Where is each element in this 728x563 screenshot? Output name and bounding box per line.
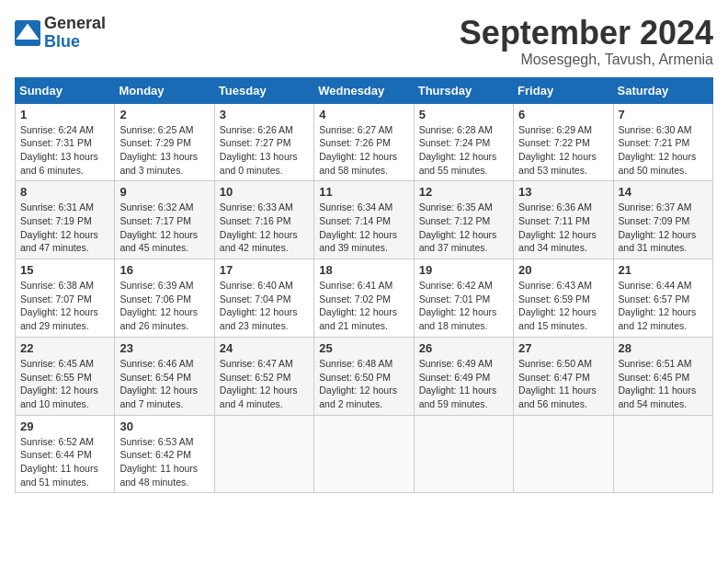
day-info: Sunrise: 6:41 AM Sunset: 7:02 PM Dayligh… — [319, 280, 397, 331]
table-cell: 22Sunrise: 6:45 AM Sunset: 6:55 PM Dayli… — [16, 337, 115, 415]
header-monday: Monday — [115, 77, 214, 103]
table-cell: 3Sunrise: 6:26 AM Sunset: 7:27 PM Daylig… — [214, 103, 313, 181]
day-info: Sunrise: 6:47 AM Sunset: 6:52 PM Dayligh… — [220, 358, 298, 409]
day-number: 22 — [20, 341, 109, 355]
header-sunday: Sunday — [16, 77, 115, 103]
table-cell: 25Sunrise: 6:48 AM Sunset: 6:50 PM Dayli… — [314, 337, 414, 415]
table-cell: 9Sunrise: 6:32 AM Sunset: 7:17 PM Daylig… — [115, 181, 214, 259]
day-info: Sunrise: 6:50 AM Sunset: 6:47 PM Dayligh… — [518, 358, 597, 409]
table-cell — [214, 415, 313, 493]
table-cell: 21Sunrise: 6:44 AM Sunset: 6:57 PM Dayli… — [613, 259, 712, 338]
day-number: 18 — [319, 263, 408, 277]
day-info: Sunrise: 6:28 AM Sunset: 7:24 PM Dayligh… — [419, 124, 497, 176]
day-info: Sunrise: 6:48 AM Sunset: 6:50 PM Dayligh… — [319, 358, 397, 409]
day-info: Sunrise: 6:40 AM Sunset: 7:04 PM Dayligh… — [220, 280, 298, 331]
day-number: 11 — [319, 185, 408, 199]
table-cell — [314, 415, 414, 493]
day-info: Sunrise: 6:45 AM Sunset: 6:55 PM Dayligh… — [20, 358, 98, 409]
header-wednesday: Wednesday — [314, 77, 414, 103]
header-thursday: Thursday — [414, 77, 513, 103]
table-cell: 14Sunrise: 6:37 AM Sunset: 7:09 PM Dayli… — [613, 181, 712, 259]
table-cell: 10Sunrise: 6:33 AM Sunset: 7:16 PM Dayli… — [214, 181, 313, 259]
table-cell: 6Sunrise: 6:29 AM Sunset: 7:22 PM Daylig… — [514, 103, 613, 181]
day-info: Sunrise: 6:49 AM Sunset: 6:49 PM Dayligh… — [419, 358, 497, 409]
table-cell: 23Sunrise: 6:46 AM Sunset: 6:54 PM Dayli… — [115, 337, 214, 415]
table-cell: 2Sunrise: 6:25 AM Sunset: 7:29 PM Daylig… — [115, 103, 214, 181]
day-number: 16 — [119, 263, 209, 277]
day-info: Sunrise: 6:25 AM Sunset: 7:29 PM Dayligh… — [119, 124, 198, 176]
day-info: Sunrise: 6:32 AM Sunset: 7:17 PM Dayligh… — [119, 201, 198, 253]
day-info: Sunrise: 6:26 AM Sunset: 7:27 PM Dayligh… — [220, 124, 298, 176]
table-cell: 27Sunrise: 6:50 AM Sunset: 6:47 PM Dayli… — [514, 337, 613, 415]
table-cell: 5Sunrise: 6:28 AM Sunset: 7:24 PM Daylig… — [414, 103, 513, 181]
day-info: Sunrise: 6:27 AM Sunset: 7:26 PM Dayligh… — [319, 124, 397, 176]
day-info: Sunrise: 6:37 AM Sunset: 7:09 PM Dayligh… — [619, 201, 697, 253]
calendar-header: Sunday Monday Tuesday Wednesday Thursday… — [16, 77, 713, 103]
day-info: Sunrise: 6:44 AM Sunset: 6:57 PM Dayligh… — [619, 280, 697, 331]
table-cell: 26Sunrise: 6:49 AM Sunset: 6:49 PM Dayli… — [414, 337, 513, 415]
day-number: 25 — [319, 341, 408, 355]
day-number: 24 — [220, 341, 309, 355]
day-number: 12 — [419, 185, 508, 199]
header-saturday: Saturday — [613, 77, 712, 103]
table-cell: 12Sunrise: 6:35 AM Sunset: 7:12 PM Dayli… — [414, 181, 513, 259]
logo-line2: Blue — [44, 33, 106, 52]
day-info: Sunrise: 6:43 AM Sunset: 6:59 PM Dayligh… — [518, 280, 597, 331]
day-number: 4 — [319, 108, 408, 121]
day-number: 3 — [220, 108, 309, 121]
day-number: 8 — [20, 185, 109, 199]
logo-icon — [15, 20, 40, 46]
day-info: Sunrise: 6:53 AM Sunset: 6:42 PM Dayligh… — [119, 436, 198, 488]
table-cell: 13Sunrise: 6:36 AM Sunset: 7:11 PM Dayli… — [514, 181, 613, 259]
month-title: September 2024 — [460, 15, 713, 52]
table-cell: 28Sunrise: 6:51 AM Sunset: 6:45 PM Dayli… — [613, 337, 712, 415]
day-number: 17 — [220, 263, 309, 277]
table-cell: 11Sunrise: 6:34 AM Sunset: 7:14 PM Dayli… — [314, 181, 414, 259]
day-number: 23 — [119, 341, 209, 355]
header: General Blue September 2024 Mosesgegh, T… — [15, 15, 713, 68]
day-info: Sunrise: 6:38 AM Sunset: 7:07 PM Dayligh… — [20, 280, 98, 331]
table-cell — [514, 415, 613, 493]
day-info: Sunrise: 6:39 AM Sunset: 7:06 PM Dayligh… — [119, 280, 198, 331]
day-number: 13 — [518, 185, 608, 199]
day-number: 20 — [518, 263, 608, 277]
calendar-table: Sunday Monday Tuesday Wednesday Thursday… — [15, 77, 713, 494]
day-info: Sunrise: 6:52 AM Sunset: 6:44 PM Dayligh… — [20, 436, 98, 488]
day-number: 19 — [419, 263, 508, 277]
day-info: Sunrise: 6:34 AM Sunset: 7:14 PM Dayligh… — [319, 201, 397, 253]
day-number: 9 — [119, 185, 209, 199]
day-info: Sunrise: 6:35 AM Sunset: 7:12 PM Dayligh… — [419, 201, 497, 253]
day-number: 6 — [518, 108, 608, 121]
table-cell: 8Sunrise: 6:31 AM Sunset: 7:19 PM Daylig… — [16, 181, 115, 259]
header-friday: Friday — [514, 77, 613, 103]
table-cell: 19Sunrise: 6:42 AM Sunset: 7:01 PM Dayli… — [414, 259, 513, 338]
table-cell: 1Sunrise: 6:24 AM Sunset: 7:31 PM Daylig… — [16, 103, 115, 181]
location: Mosesgegh, Tavush, Armenia — [460, 52, 713, 68]
table-cell: 16Sunrise: 6:39 AM Sunset: 7:06 PM Dayli… — [115, 259, 214, 338]
day-number: 27 — [518, 341, 608, 355]
calendar-body: 1Sunrise: 6:24 AM Sunset: 7:31 PM Daylig… — [16, 103, 713, 493]
day-number: 14 — [619, 185, 708, 199]
logo-line1: General — [44, 15, 106, 33]
day-number: 26 — [419, 341, 508, 355]
day-info: Sunrise: 6:30 AM Sunset: 7:21 PM Dayligh… — [619, 124, 697, 176]
day-number: 15 — [20, 263, 109, 277]
day-info: Sunrise: 6:46 AM Sunset: 6:54 PM Dayligh… — [119, 358, 198, 409]
logo: General Blue — [15, 15, 106, 52]
day-info: Sunrise: 6:33 AM Sunset: 7:16 PM Dayligh… — [220, 201, 298, 253]
day-info: Sunrise: 6:31 AM Sunset: 7:19 PM Dayligh… — [20, 201, 98, 253]
day-info: Sunrise: 6:24 AM Sunset: 7:31 PM Dayligh… — [20, 124, 98, 176]
table-cell: 15Sunrise: 6:38 AM Sunset: 7:07 PM Dayli… — [16, 259, 115, 338]
table-cell: 29Sunrise: 6:52 AM Sunset: 6:44 PM Dayli… — [16, 415, 115, 493]
day-info: Sunrise: 6:29 AM Sunset: 7:22 PM Dayligh… — [518, 124, 597, 176]
table-cell — [613, 415, 712, 493]
table-cell: 20Sunrise: 6:43 AM Sunset: 6:59 PM Dayli… — [514, 259, 613, 338]
day-info: Sunrise: 6:36 AM Sunset: 7:11 PM Dayligh… — [518, 201, 597, 253]
title-block: September 2024 Mosesgegh, Tavush, Armeni… — [460, 15, 713, 68]
table-cell: 7Sunrise: 6:30 AM Sunset: 7:21 PM Daylig… — [613, 103, 712, 181]
day-number: 21 — [619, 263, 708, 277]
day-info: Sunrise: 6:42 AM Sunset: 7:01 PM Dayligh… — [419, 280, 497, 331]
table-cell: 17Sunrise: 6:40 AM Sunset: 7:04 PM Dayli… — [214, 259, 313, 338]
day-number: 1 — [20, 108, 109, 121]
table-cell: 24Sunrise: 6:47 AM Sunset: 6:52 PM Dayli… — [214, 337, 313, 415]
